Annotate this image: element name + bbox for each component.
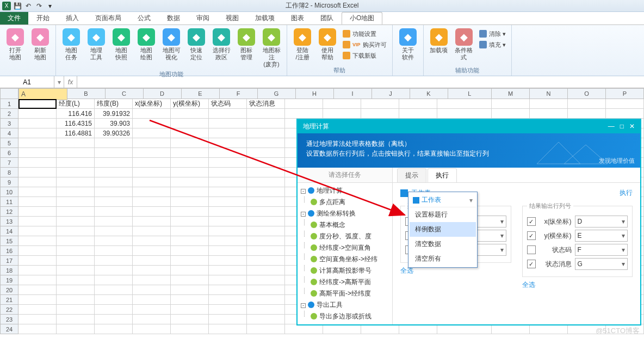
cell[interactable] — [18, 109, 57, 119]
cell[interactable] — [209, 226, 247, 236]
cell[interactable] — [399, 99, 437, 109]
tree-leaf[interactable]: 度分秒、弧度、度 — [299, 231, 391, 242]
cell[interactable] — [247, 246, 285, 256]
cell[interactable] — [171, 226, 209, 236]
col-header[interactable]: L — [448, 88, 492, 99]
tab-插入[interactable]: 插入 — [58, 12, 87, 24]
cell[interactable] — [247, 197, 285, 207]
col-header[interactable]: H — [296, 88, 334, 99]
col-header[interactable]: A — [18, 88, 67, 100]
cell[interactable] — [171, 207, 209, 217]
tab-审阅[interactable]: 审阅 — [188, 12, 218, 24]
cell[interactable] — [171, 109, 209, 119]
cell[interactable] — [57, 168, 95, 177]
ribbon-btn[interactable]: ◆加载项 — [427, 27, 451, 65]
row-header[interactable]: 10 — [0, 187, 18, 197]
cell[interactable] — [95, 324, 133, 334]
cell[interactable] — [57, 217, 95, 226]
checkbox[interactable]: ✓ — [527, 260, 536, 268]
cell[interactable] — [57, 285, 95, 295]
cell[interactable] — [171, 177, 209, 187]
row-header[interactable]: 1 — [0, 99, 18, 109]
cell[interactable]: x(纵坐标) — [133, 99, 171, 109]
cell[interactable] — [57, 315, 95, 324]
cell[interactable] — [133, 285, 171, 295]
col-header[interactable]: G — [258, 88, 296, 99]
cell[interactable] — [133, 275, 171, 285]
cell[interactable] — [530, 99, 568, 109]
row-header[interactable]: 18 — [0, 266, 18, 275]
cell[interactable] — [95, 158, 133, 168]
select[interactable]: E▾ — [575, 230, 628, 242]
ribbon-btn[interactable]: ◆图标管理 — [234, 27, 258, 69]
ribbon-btn[interactable]: ◆地图绘图 — [134, 27, 158, 69]
ribbon-btn[interactable]: ◆使用帮助 — [315, 27, 339, 65]
cell[interactable] — [247, 119, 285, 128]
cell[interactable] — [95, 177, 133, 187]
cell[interactable] — [133, 295, 171, 305]
cell[interactable] — [133, 128, 171, 138]
cell[interactable] — [18, 324, 57, 334]
file-tab[interactable]: 文件 — [0, 12, 28, 24]
cell[interactable] — [95, 246, 133, 256]
cell[interactable] — [171, 285, 209, 295]
cell[interactable]: 状态消息 — [247, 99, 285, 109]
ribbon-btn[interactable]: ◆条件格式 — [452, 27, 476, 65]
cell[interactable] — [57, 148, 95, 158]
cell[interactable] — [95, 168, 133, 177]
cell[interactable] — [247, 266, 285, 275]
tab-小O地图[interactable]: 小O地图 — [342, 12, 382, 24]
cell[interactable] — [323, 99, 361, 109]
ribbon-small-item[interactable]: 清除 ▾ — [479, 28, 506, 39]
cell[interactable] — [209, 207, 247, 217]
cell[interactable] — [361, 324, 399, 334]
close-icon[interactable]: ✕ — [629, 122, 635, 130]
tree-leaf[interactable]: 计算高斯投影带号 — [299, 265, 391, 276]
cell[interactable] — [247, 207, 285, 217]
cell[interactable] — [95, 236, 133, 246]
ribbon-small-item[interactable]: 下载新版 — [343, 50, 387, 61]
task-tree[interactable]: -地理计算多点距离-测绘坐标转换基本概念度分秒、弧度、度经纬度->空间直角空间直… — [298, 183, 392, 324]
cell[interactable] — [18, 266, 57, 275]
cell[interactable] — [285, 99, 323, 109]
row-header[interactable]: 5 — [0, 138, 18, 148]
cell[interactable] — [492, 99, 530, 109]
formula-input[interactable] — [77, 76, 644, 88]
cell[interactable] — [285, 109, 323, 119]
cell[interactable] — [361, 99, 399, 109]
checkbox[interactable]: ✓ — [527, 231, 536, 240]
cell[interactable] — [18, 226, 57, 236]
cell[interactable] — [247, 305, 285, 315]
cell[interactable] — [18, 315, 57, 324]
cell[interactable] — [530, 324, 568, 334]
tree-leaf[interactable]: 基本概念 — [299, 219, 391, 231]
tree-node[interactable]: -导出工具 — [299, 299, 391, 311]
cell[interactable] — [57, 226, 95, 236]
cell[interactable] — [133, 246, 171, 256]
cell[interactable] — [18, 187, 57, 197]
cell[interactable] — [133, 305, 171, 315]
cell[interactable] — [57, 236, 95, 246]
col-header[interactable]: N — [530, 88, 568, 99]
cell[interactable] — [209, 256, 247, 266]
cell[interactable] — [18, 246, 57, 256]
cell[interactable] — [247, 256, 285, 266]
cell[interactable] — [95, 305, 133, 315]
cell[interactable] — [209, 177, 247, 187]
tab-公式[interactable]: 公式 — [129, 12, 159, 24]
cell[interactable] — [171, 128, 209, 138]
cell[interactable] — [323, 324, 361, 334]
tab-图表[interactable]: 图表 — [283, 12, 312, 24]
cell[interactable] — [133, 324, 171, 334]
col-header[interactable]: I — [334, 88, 372, 99]
col-header[interactable]: J — [372, 88, 410, 99]
cell[interactable] — [247, 168, 285, 177]
row-header[interactable]: 6 — [0, 148, 18, 158]
ctxmenu-item[interactable]: 设置标题行 — [410, 207, 476, 222]
minimize-icon[interactable]: — — [608, 122, 615, 130]
cell[interactable] — [209, 295, 247, 305]
cell[interactable] — [209, 266, 247, 275]
cell[interactable] — [133, 109, 171, 119]
cell[interactable] — [57, 246, 95, 256]
detail-tab[interactable]: 提示 — [397, 168, 426, 182]
